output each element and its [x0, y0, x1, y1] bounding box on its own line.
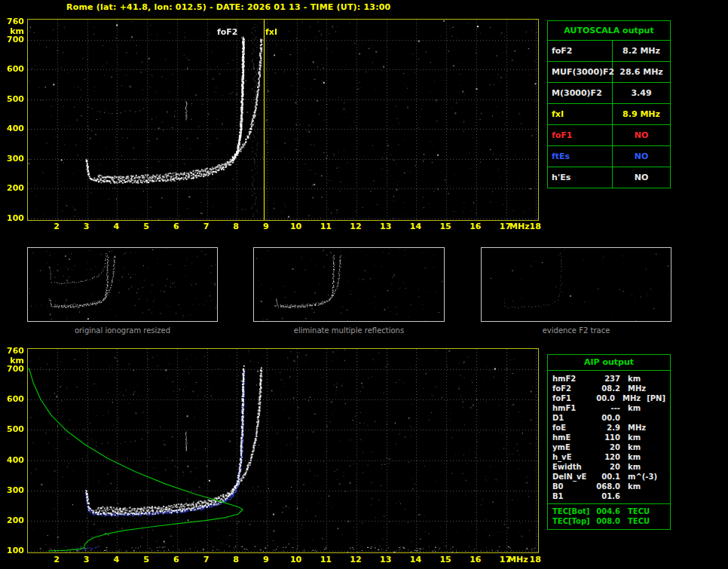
y-tick-label: 600 — [2, 394, 24, 404]
x-tick-label: 12 — [346, 222, 366, 231]
y-tick-label: 600 — [2, 64, 24, 74]
x-tick-label: 16 — [466, 555, 485, 564]
autoscala-param-label: ftEs — [548, 146, 613, 167]
autoscala-output-panel: AUTOSCALA output foF28.2 MHzMUF(3000)F22… — [547, 20, 671, 188]
foF2-label: foF2 — [217, 27, 238, 37]
bottom-profile-plot — [27, 348, 539, 553]
aip-param-name: DelN_vE — [552, 472, 595, 482]
autoscala-row: MUF(3000)F228.6 MHz — [548, 61, 670, 82]
x-tick-label: 9 — [256, 555, 276, 564]
aip-row: D100.0 — [548, 413, 670, 423]
aip-rows: hmF2237kmfoF208.2MHzfoF100.0MHz[PN]hmF1-… — [548, 374, 670, 526]
autoscala-row: fxI8.9 MHz — [548, 103, 670, 124]
autoscala-param-value: 28.6 MHz — [613, 62, 670, 82]
aip-param-unit: km — [628, 462, 641, 472]
aip-param-value: 008.0 — [595, 516, 620, 526]
x-tick-label: 15 — [436, 222, 455, 231]
station-date-title: Rome (lat: +41.8, lon: 012.5) - DATE: 20… — [66, 2, 390, 12]
x-axis-unit: MHz — [509, 222, 529, 231]
top-ionogram-plot — [27, 19, 539, 221]
aip-param-unit: MHz — [628, 384, 646, 393]
aip-param-name: hmF2 — [552, 374, 595, 384]
autoscala-row: h'EsNO — [548, 167, 670, 188]
aip-param-name: hmE — [552, 433, 595, 442]
autoscala-param-value: NO — [613, 125, 670, 145]
aip-param-unit: km — [628, 452, 641, 462]
aip-param-unit: TECU — [628, 506, 650, 516]
aip-param-name: foF2 — [552, 384, 595, 393]
x-tick-label: 3 — [77, 222, 96, 231]
x-tick-label: 6 — [167, 555, 186, 564]
autoscala-param-label: foF2 — [548, 41, 613, 61]
x-tick-label: 3 — [77, 555, 96, 564]
aip-param-name: foF1 — [552, 393, 592, 403]
x-tick-label: 10 — [286, 222, 306, 231]
aip-row: hmF1---km — [548, 403, 670, 413]
y-tick-label: 200 — [2, 183, 24, 193]
x-tick-label: 15 — [436, 555, 455, 564]
x-tick-label: 7 — [197, 555, 216, 564]
y-tick-label: 700 — [2, 364, 24, 374]
x-tick-label: 7 — [197, 222, 216, 231]
x-tick-label: 4 — [106, 222, 126, 231]
autoscala-param-value: 8.2 MHz — [613, 41, 670, 61]
aip-panel-title: AIP output — [548, 355, 670, 371]
x-tick-label: 14 — [405, 555, 425, 564]
x-tick-label: 5 — [136, 555, 156, 564]
y-tick-label: 100 — [2, 546, 24, 555]
aip-param-value: 2.9 — [595, 423, 620, 433]
aip-param-value: 068.0 — [595, 482, 620, 491]
autoscala-param-value: NO — [613, 167, 670, 188]
aip-param-name: B0 — [552, 482, 595, 491]
thumbnail-eliminate-reflections — [253, 247, 445, 322]
y-tick-label: 400 — [2, 124, 24, 133]
autoscala-row: foF1NO — [548, 124, 670, 145]
aip-row: foE2.9MHz — [548, 423, 670, 433]
aip-param-unit: km — [628, 482, 641, 491]
y-tick-label: 500 — [2, 94, 24, 104]
autoscala-param-label: fxI — [548, 104, 613, 124]
x-tick-label: 8 — [226, 222, 246, 231]
aip-row: B101.6 — [548, 491, 670, 501]
x-tick-label: 4 — [106, 555, 126, 564]
x-tick-label: 11 — [316, 222, 335, 231]
aip-param-flag: [PN] — [647, 393, 665, 403]
x-tick-label: 11 — [316, 555, 335, 564]
aip-param-unit: km — [628, 433, 641, 442]
aip-row: h_vE120km — [548, 452, 670, 462]
autoscala-param-label: M(3000)F2 — [548, 83, 613, 103]
aip-param-name: hmF1 — [552, 403, 595, 413]
thumbnail-caption-original: original ionogram resized — [27, 326, 218, 335]
aip-param-name: h_vE — [552, 452, 595, 462]
aip-param-unit: km — [628, 403, 641, 413]
aip-param-unit: TECU — [628, 516, 650, 526]
y-tick-label: 300 — [2, 485, 24, 495]
x-tick-label: 12 — [346, 555, 366, 564]
aip-param-name: Ewidth — [552, 462, 595, 472]
aip-param-value: 20 — [595, 442, 620, 452]
aip-row: TEC[Top]008.0TECU — [548, 516, 670, 526]
autoscala-param-value: 3.49 — [613, 83, 670, 103]
aip-param-value: 08.2 — [595, 384, 620, 393]
thumbnail-caption-eliminate: eliminate multiple reflections — [253, 326, 445, 335]
x-tick-label: 13 — [376, 222, 396, 231]
autoscala-param-value: 8.9 MHz — [613, 104, 670, 124]
thumbnail-evidence-f2-trace — [481, 247, 671, 322]
y-tick-label: 500 — [2, 424, 24, 434]
aip-param-value: 00.0 — [592, 393, 615, 403]
aip-param-value: 237 — [595, 374, 620, 384]
aip-param-name: B1 — [552, 491, 595, 501]
x-tick-label: 13 — [376, 555, 396, 564]
aip-divider — [548, 503, 670, 504]
autoscala-app-window: Rome (lat: +41.8, lon: 012.5) - DATE: 20… — [0, 0, 728, 569]
aip-param-unit: m^(-3) — [628, 472, 657, 482]
aip-row: Ewidth20km — [548, 462, 670, 472]
aip-param-unit: km — [628, 442, 641, 452]
aip-output-panel: AIP output hmF2237kmfoF208.2MHzfoF100.0M… — [547, 354, 671, 530]
y-tick-label: 200 — [2, 515, 24, 525]
aip-param-value: 20 — [595, 462, 620, 472]
autoscala-row: ftEsNO — [548, 145, 670, 167]
aip-param-name: TEC[Top] — [552, 516, 595, 526]
y-axis-unit: km — [2, 356, 24, 366]
x-tick-label: 14 — [405, 222, 425, 231]
